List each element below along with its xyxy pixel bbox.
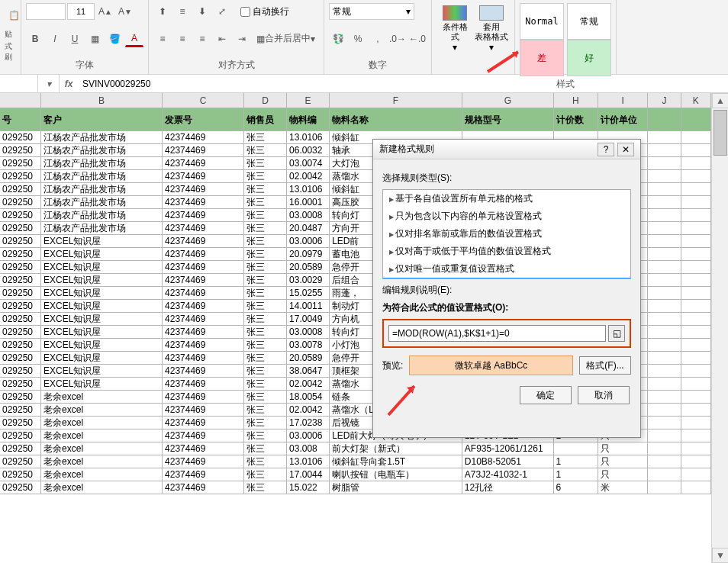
cell[interactable]: 029250 <box>0 196 41 209</box>
scroll-up-btn[interactable]: ▲ <box>712 93 728 108</box>
cell[interactable]: 029250 <box>0 352 41 365</box>
fill-color-btn[interactable]: 🪣 <box>105 31 124 47</box>
cell[interactable] <box>681 144 711 157</box>
vertical-scrollbar[interactable]: ▲ ▼ <box>711 93 728 563</box>
rule-type-item[interactable]: 仅对唯一值或重复值设置格式 <box>383 260 630 278</box>
cell[interactable] <box>648 442 681 455</box>
cell[interactable]: 江杨农产品批发市场 <box>41 131 163 144</box>
cell[interactable]: 14.0011 <box>287 300 330 313</box>
cell[interactable]: 029250 <box>0 170 41 183</box>
cell[interactable] <box>681 313 711 326</box>
rule-type-list[interactable]: 基于各自值设置所有单元格的格式 只为包含以下内容的单元格设置格式 仅对排名靠前或… <box>382 189 631 279</box>
cell[interactable]: 张三 <box>244 313 287 326</box>
cell[interactable]: 15.022 <box>287 481 330 494</box>
rule-type-item[interactable]: 仅对排名靠前或靠后的数值设置格式 <box>383 225 630 243</box>
cell[interactable]: 029250 <box>0 209 41 222</box>
rule-type-item[interactable]: 只为包含以下内容的单元格设置格式 <box>383 208 630 225</box>
underline-btn[interactable]: U <box>66 31 84 47</box>
cell[interactable]: 20.0589 <box>287 261 330 274</box>
cell[interactable]: 029250 <box>0 404 41 417</box>
font-size-input[interactable] <box>67 3 95 20</box>
cell[interactable]: D10B8-52051 <box>462 455 554 468</box>
cell[interactable]: 42374469 <box>163 274 244 287</box>
cell[interactable]: 张三 <box>244 183 287 196</box>
cell[interactable]: 03.0078 <box>287 339 330 352</box>
align-right-btn[interactable]: ≡ <box>193 31 211 47</box>
cell[interactable]: 42374469 <box>163 300 244 313</box>
cell[interactable] <box>681 391 711 404</box>
cell[interactable]: 029250 <box>0 326 41 339</box>
cancel-button[interactable]: 取消 <box>578 386 630 404</box>
indent-inc-btn[interactable]: ⇥ <box>233 31 251 47</box>
cell[interactable] <box>681 429 711 442</box>
cell[interactable]: 42374469 <box>163 261 244 274</box>
cell[interactable]: 03.0029 <box>287 274 330 287</box>
cell[interactable]: 029250 <box>0 300 41 313</box>
cell[interactable]: 029250 <box>0 183 41 196</box>
style-normal[interactable]: Normal <box>520 3 564 40</box>
cell[interactable]: 只 <box>598 468 649 481</box>
name-box[interactable] <box>0 75 38 92</box>
cell[interactable] <box>648 365 681 378</box>
cell[interactable] <box>648 300 681 313</box>
name-box-dropdown[interactable]: ▾ <box>38 75 60 92</box>
cell[interactable]: EXCEL知识屋 <box>41 313 163 326</box>
cell[interactable] <box>681 417 711 429</box>
cell[interactable] <box>648 131 681 144</box>
cell[interactable]: 42374469 <box>163 287 244 300</box>
cell[interactable]: 029250 <box>0 455 41 468</box>
cell[interactable]: 张三 <box>244 339 287 352</box>
scroll-thumb[interactable] <box>714 110 727 156</box>
align-bottom-btn[interactable]: ⬇ <box>193 3 211 20</box>
cell[interactable]: 老余excel <box>41 429 163 442</box>
cell[interactable] <box>681 455 711 468</box>
cell[interactable]: 倾斜缸导向套1.5T <box>330 455 462 468</box>
cell[interactable]: 42374469 <box>163 455 244 468</box>
cell[interactable] <box>681 183 711 196</box>
cell[interactable] <box>681 131 711 144</box>
align-top-btn[interactable]: ⬆ <box>153 3 172 20</box>
cell[interactable]: 42374469 <box>163 391 244 404</box>
cell[interactable]: 42374469 <box>163 352 244 365</box>
cell[interactable]: 029250 <box>0 274 41 287</box>
cell[interactable] <box>648 183 681 196</box>
cell[interactable]: 只 <box>598 442 649 455</box>
cell[interactable]: 20.0487 <box>287 222 330 235</box>
cell[interactable] <box>681 248 711 261</box>
cell[interactable]: 42374469 <box>163 131 244 144</box>
cell[interactable]: 江杨农产品批发市场 <box>41 157 163 170</box>
cell[interactable]: 1 <box>554 455 598 468</box>
cell[interactable]: 张三 <box>244 429 287 442</box>
cell[interactable]: 张三 <box>244 468 287 481</box>
cell[interactable]: EXCEL知识屋 <box>41 235 163 248</box>
cell[interactable]: 张三 <box>244 235 287 248</box>
cell[interactable]: 42374469 <box>163 248 244 261</box>
cell[interactable]: 张三 <box>244 144 287 157</box>
cell[interactable]: 029250 <box>0 235 41 248</box>
cell[interactable]: EXCEL知识屋 <box>41 326 163 339</box>
cell[interactable] <box>648 378 681 391</box>
cell[interactable]: 张三 <box>244 131 287 144</box>
cell[interactable]: EXCEL知识屋 <box>41 378 163 391</box>
cell[interactable]: 张三 <box>244 442 287 455</box>
rule-type-item[interactable]: 仅对高于或低于平均值的数值设置格式 <box>383 243 630 260</box>
font-color-btn[interactable]: A <box>125 31 143 47</box>
cell[interactable]: 42374469 <box>163 481 244 494</box>
column-headers[interactable]: B C D E F G H I J K <box>0 93 711 108</box>
cell[interactable] <box>648 481 681 494</box>
cell[interactable]: 树脂管 <box>330 481 462 494</box>
cell[interactable] <box>681 300 711 313</box>
cell[interactable]: 12孔径 <box>462 481 554 494</box>
cell[interactable]: 029250 <box>0 261 41 274</box>
cell[interactable]: 13.0106 <box>287 183 330 196</box>
cell[interactable]: 15.0255 <box>287 287 330 300</box>
cell[interactable]: 42374469 <box>163 235 244 248</box>
cell[interactable]: 江杨农产品批发市场 <box>41 209 163 222</box>
cell[interactable] <box>648 417 681 429</box>
cell[interactable]: 02.0042 <box>287 170 330 183</box>
style-changgui[interactable]: 常规 <box>567 3 611 40</box>
cell[interactable]: EXCEL知识屋 <box>41 365 163 378</box>
rule-type-item[interactable]: 基于各自值设置所有单元格的格式 <box>383 190 630 208</box>
cell[interactable]: 6 <box>554 481 598 494</box>
align-center-btn[interactable]: ≡ <box>173 31 192 47</box>
